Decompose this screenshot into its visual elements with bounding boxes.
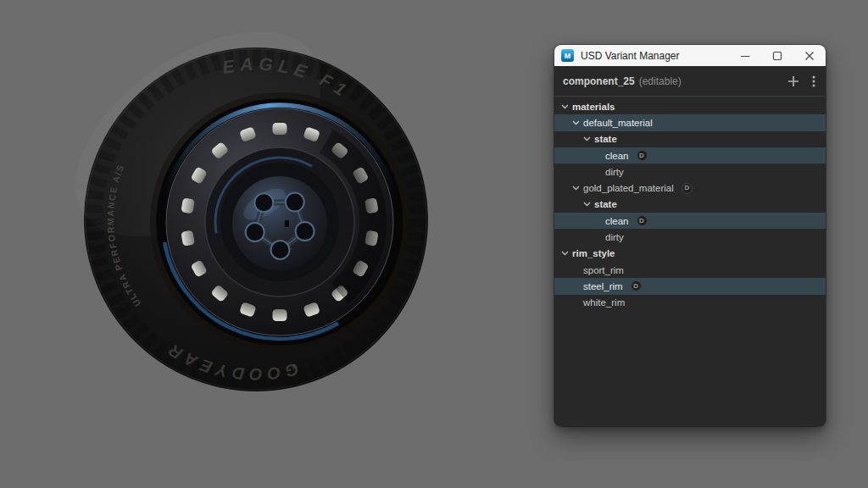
row-label: gold_plated_material — [583, 183, 674, 193]
default-variant-badge: D — [631, 280, 642, 291]
close-button[interactable] — [793, 45, 826, 66]
usd-variant-manager-window: M USD Variant Manager component_25 — [554, 45, 826, 426]
maximize-icon — [772, 51, 782, 61]
default-variant-badge: D — [682, 183, 693, 194]
default-variant-badge: D — [637, 150, 648, 161]
minimize-button[interactable] — [729, 45, 761, 66]
row-label: rim_style — [572, 248, 615, 258]
variant-row-steel-rim[interactable]: steel_rim D — [554, 278, 826, 294]
chevron-down-icon[interactable] — [572, 120, 583, 125]
variant-row-sport-rim[interactable]: sport_rim — [554, 262, 826, 278]
window-title: USD Variant Manager — [581, 50, 680, 62]
variantset-row-materials[interactable]: materials — [554, 98, 826, 114]
chevron-down-icon[interactable] — [572, 186, 583, 191]
component-header: component_25 (editable) — [554, 66, 826, 97]
variant-row-gold-plated-material[interactable]: gold_plated_material D — [554, 180, 826, 196]
variant-row-default-material[interactable]: default_material — [554, 114, 826, 130]
row-label: steel_rim — [583, 281, 623, 291]
plus-icon — [787, 75, 799, 87]
variantset-row-rim-style[interactable]: rim_style — [554, 246, 826, 262]
more-options-button[interactable] — [812, 75, 815, 87]
row-label: state — [594, 199, 617, 209]
component-name: component_25 — [563, 75, 635, 87]
kebab-menu-icon — [812, 75, 815, 87]
row-label: white_rim — [583, 297, 625, 308]
tire-registered-mark: ® — [292, 363, 297, 371]
chevron-down-icon[interactable] — [561, 251, 572, 256]
window-titlebar[interactable]: M USD Variant Manager — [554, 45, 826, 66]
close-icon — [804, 51, 815, 61]
chevron-down-icon[interactable] — [583, 202, 594, 207]
maximize-button[interactable] — [761, 45, 793, 66]
row-label: clean — [605, 216, 629, 226]
variant-row-dirty-2[interactable]: dirty — [554, 229, 826, 245]
variant-row-white-rim[interactable]: white_rim — [554, 295, 826, 311]
default-variant-badge: D — [637, 215, 648, 226]
variant-row-clean-1[interactable]: clean D — [554, 147, 826, 164]
variant-tree: materials default_material state clean D… — [554, 97, 826, 426]
variant-row-clean-2[interactable]: clean D — [554, 213, 826, 229]
minimize-icon — [740, 51, 750, 61]
row-label: default_material — [583, 118, 653, 128]
variant-row-dirty-1[interactable]: dirty — [554, 164, 826, 180]
row-label: state — [594, 134, 617, 144]
row-label: materials — [572, 102, 615, 112]
row-label: dirty — [605, 232, 624, 242]
maya-app-icon: M — [561, 49, 574, 62]
row-label: clean — [605, 151, 629, 161]
add-variant-button[interactable] — [787, 75, 799, 87]
chevron-down-icon[interactable] — [561, 104, 572, 109]
variantset-row-state-1[interactable]: state — [554, 131, 826, 147]
row-label: dirty — [605, 167, 624, 177]
component-mode-label: (editable) — [639, 75, 682, 87]
chevron-down-icon[interactable] — [583, 136, 594, 141]
wheel-3d-render: EAGLE F1 GOODYEAR ULTRA PERFORMANCE A/S — [71, 32, 444, 405]
variantset-row-state-2[interactable]: state — [554, 197, 826, 213]
row-label: sport_rim — [583, 265, 624, 275]
